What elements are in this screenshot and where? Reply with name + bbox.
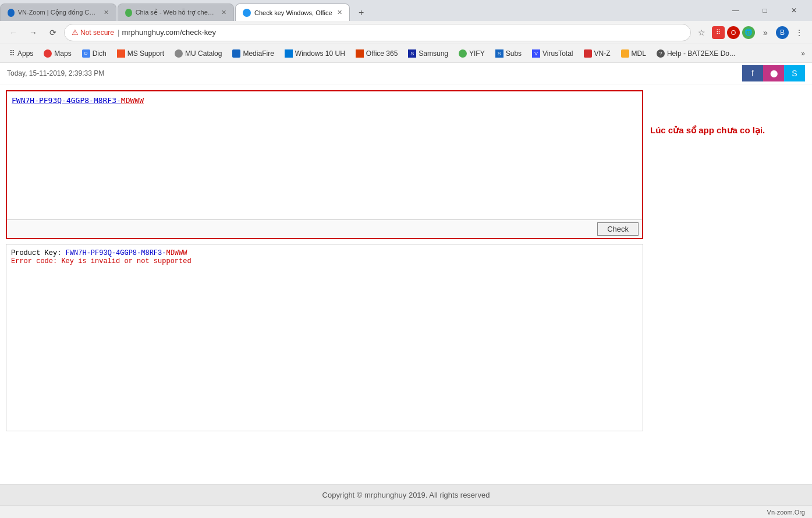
page-content: Today, 15-11-2019, 2:39:33 PM f ⬤ S bbox=[0, 63, 812, 505]
result-section: Product Key: FWN7H-PF93Q-4GGP8-M8RF3-MDW… bbox=[6, 244, 643, 431]
tab-2-favicon bbox=[125, 9, 132, 17]
top-bar: Today, 15-11-2019, 2:39:33 PM f ⬤ S bbox=[0, 63, 812, 84]
bookmark-vnz[interactable]: VN-Z bbox=[579, 47, 615, 61]
help-favicon: ? bbox=[657, 49, 665, 58]
profile-button[interactable]: B bbox=[776, 26, 789, 39]
tab-1-favicon bbox=[8, 9, 15, 17]
samsung-favicon: S bbox=[408, 49, 416, 58]
site-content: Today, 15-11-2019, 2:39:33 PM f ⬤ S bbox=[0, 63, 812, 505]
bookmark-mdl[interactable]: MDL bbox=[616, 47, 651, 61]
status-bar-text: Vn-zoom.Org bbox=[767, 509, 805, 516]
key-input-section: FWN7H-PF93Q-4GGP8-M8RF3-MDWWW Check bbox=[6, 90, 643, 239]
right-panel: Lúc cửa sổ app chưa co lại. bbox=[643, 90, 806, 478]
minimize-button[interactable]: — bbox=[722, 0, 749, 21]
extensions-button[interactable]: ⠿ bbox=[712, 26, 725, 39]
new-tab-button[interactable]: + bbox=[353, 5, 370, 21]
toolbar: ← → ⟳ ⚠ Not secure | mrphunghuy.com/chec… bbox=[0, 21, 812, 44]
bookmark-dich[interactable]: D Dich bbox=[77, 47, 111, 61]
result-line-2: Error code: Key is invalid or not suppor… bbox=[11, 257, 638, 265]
separator: | bbox=[118, 28, 119, 37]
bookmark-star-button[interactable]: ☆ bbox=[693, 24, 710, 41]
chrome-window: VN-Zoom | Cộng đồng Chia Sẻ ... ✕ Chia s… bbox=[0, 0, 812, 518]
forward-button[interactable]: → bbox=[24, 24, 42, 41]
bookmark-samsung[interactable]: S Samsung bbox=[403, 47, 453, 61]
tab-1-label: VN-Zoom | Cộng đồng Chia Sẻ ... bbox=[18, 9, 99, 16]
social-icons: f ⬤ S bbox=[742, 65, 805, 81]
key-part-red: MDWWW bbox=[121, 96, 144, 105]
instagram-button[interactable]: ⬤ bbox=[763, 65, 784, 81]
check-button-row: Check bbox=[7, 219, 642, 238]
result-key-normal: FWN7H-PF93Q-4GGP8-M8RF3- bbox=[66, 249, 166, 257]
window-controls: — □ ✕ bbox=[718, 0, 812, 21]
result-line-1: Product Key: FWN7H-PF93Q-4GGP8-M8RF3-MDW… bbox=[11, 249, 638, 257]
bookmark-virustotal[interactable]: V VirusTotal bbox=[527, 47, 577, 61]
bookmark-maps[interactable]: Maps bbox=[39, 47, 76, 61]
dich-favicon: D bbox=[82, 49, 90, 58]
address-bar[interactable]: ⚠ Not secure | mrphunghuy.com/check-key bbox=[64, 24, 691, 41]
status-bar: Vn-zoom.Org bbox=[0, 505, 812, 518]
bookmark-office365[interactable]: Office 365 bbox=[351, 47, 402, 61]
datetime-display: Today, 15-11-2019, 2:39:33 PM bbox=[7, 69, 104, 77]
vnz-favicon bbox=[584, 49, 592, 58]
bookmarks-more-button[interactable]: » bbox=[799, 49, 807, 58]
page-footer: Copyright © mrphunghuy 2019. All rights … bbox=[0, 484, 812, 505]
menu-button[interactable]: ⋮ bbox=[791, 24, 807, 41]
not-secure-indicator: ⚠ Not secure bbox=[72, 28, 114, 37]
result-error-text: Error code: Key is invalid or not suppor… bbox=[11, 257, 192, 265]
tab-2[interactable]: Chia sẻ - Web hỗ trợ check key ... ✕ bbox=[118, 3, 234, 21]
warning-icon: ⚠ bbox=[72, 28, 79, 37]
result-key-red: MDWWW bbox=[166, 249, 187, 257]
bookmark-subs[interactable]: S Subs bbox=[491, 47, 526, 61]
tab-3[interactable]: Check key Windows, Office ✕ bbox=[235, 3, 350, 21]
tab-2-close[interactable]: ✕ bbox=[221, 9, 226, 16]
bookmarks-bar: ⠿ Apps Maps D Dich MS Support MU Catalog… bbox=[0, 44, 812, 63]
bookmark-ms-support[interactable]: MS Support bbox=[112, 47, 169, 61]
facebook-button[interactable]: f bbox=[742, 65, 763, 81]
result-display: Product Key: FWN7H-PF93Q-4GGP8-M8RF3-MDW… bbox=[6, 244, 643, 431]
tab-3-favicon bbox=[243, 9, 251, 17]
bookmark-help[interactable]: ? Help - BAT2EXE Do... bbox=[652, 47, 740, 61]
skype-button[interactable]: S bbox=[784, 65, 805, 81]
left-panel: FWN7H-PF93Q-4GGP8-M8RF3-MDWWW Check Prod… bbox=[6, 90, 643, 478]
bookmark-apps[interactable]: ⠿ Apps bbox=[5, 47, 38, 61]
vpn-icon[interactable]: 🌐 bbox=[742, 26, 755, 39]
bookmark-windows10[interactable]: Windows 10 UH bbox=[280, 47, 350, 61]
copyright-text: Copyright © mrphunghuy 2019. All rights … bbox=[322, 491, 490, 499]
maps-favicon bbox=[44, 49, 52, 58]
key-display-area: FWN7H-PF93Q-4GGP8-M8RF3-MDWWW bbox=[7, 91, 642, 219]
maximize-button[interactable]: □ bbox=[751, 0, 778, 21]
toolbar-right: ☆ ⠿ O 🌐 » B ⋮ bbox=[693, 24, 807, 41]
tab-3-label: Check key Windows, Office bbox=[254, 9, 332, 16]
ms-favicon bbox=[117, 49, 125, 58]
office-favicon bbox=[356, 49, 364, 58]
title-bar: VN-Zoom | Cộng đồng Chia Sẻ ... ✕ Chia s… bbox=[0, 0, 812, 21]
key-text: FWN7H-PF93Q-4GGP8-M8RF3-MDWWW bbox=[12, 96, 144, 105]
close-button[interactable]: ✕ bbox=[781, 0, 807, 21]
opera-icon[interactable]: O bbox=[727, 26, 740, 39]
instagram-icon: ⬤ bbox=[770, 69, 778, 77]
tab-1[interactable]: VN-Zoom | Cộng đồng Chia Sẻ ... ✕ bbox=[0, 3, 116, 21]
mediafire-favicon bbox=[232, 49, 240, 58]
reload-button[interactable]: ⟳ bbox=[44, 24, 62, 41]
mdl-favicon bbox=[621, 49, 629, 58]
tab-1-close[interactable]: ✕ bbox=[104, 9, 109, 16]
check-button[interactable]: Check bbox=[597, 222, 639, 236]
mu-favicon bbox=[175, 49, 183, 58]
win-favicon bbox=[285, 49, 293, 58]
bookmark-mediafire[interactable]: MediaFire bbox=[228, 47, 278, 61]
apps-icon: ⠿ bbox=[9, 49, 15, 58]
subs-favicon: S bbox=[495, 49, 503, 58]
tab-3-close[interactable]: ✕ bbox=[337, 9, 342, 16]
url-text: mrphunghuy.com/check-key bbox=[122, 28, 216, 37]
yify-favicon bbox=[459, 49, 467, 58]
not-secure-text: Not secure bbox=[80, 29, 114, 37]
hint-text: Lúc cửa sổ app chưa co lại. bbox=[650, 125, 806, 136]
key-part-normal: FWN7H-PF93Q-4GGP8-M8RF3- bbox=[12, 96, 121, 105]
bookmark-mu-catalog[interactable]: MU Catalog bbox=[170, 47, 226, 61]
tab-2-label: Chia sẻ - Web hỗ trợ check key ... bbox=[136, 9, 217, 16]
extension-arrow[interactable]: » bbox=[757, 24, 774, 41]
vt-favicon: V bbox=[532, 49, 540, 58]
back-button[interactable]: ← bbox=[5, 24, 22, 41]
tabs-area: VN-Zoom | Cộng đồng Chia Sẻ ... ✕ Chia s… bbox=[0, 0, 718, 21]
bookmark-yify[interactable]: YIFY bbox=[454, 47, 490, 61]
